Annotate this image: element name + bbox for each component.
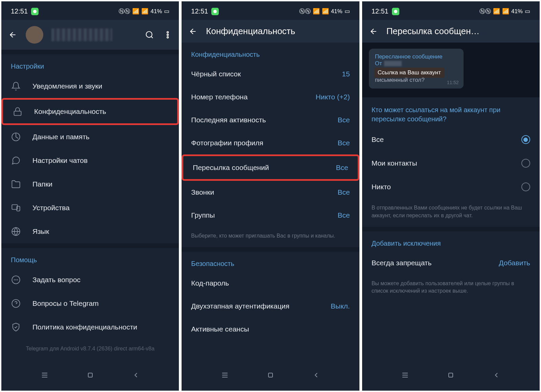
preview-from: От: [375, 60, 457, 67]
radio-contacts[interactable]: Мои контакты: [362, 151, 540, 175]
settings-label: Папки: [32, 180, 52, 188]
chat-icon: [11, 155, 21, 166]
settings-label: Конфиденциальность: [34, 107, 106, 116]
settings-ask[interactable]: Задать вопрос: [1, 268, 179, 292]
settings-label: Настройки чатов: [32, 156, 88, 165]
settings-language[interactable]: Язык: [1, 220, 179, 243]
battery-percent: 41%: [511, 8, 523, 15]
privacy-value: Все: [337, 188, 350, 196]
wifi-icon: 📶: [493, 8, 500, 15]
settings-notifications[interactable]: Уведомления и звуки: [1, 74, 179, 98]
settings-label: Язык: [32, 227, 49, 236]
section-privacy: Конфиденциальность: [182, 43, 359, 63]
nav-recents[interactable]: [400, 370, 410, 381]
battery-percent: 41%: [150, 8, 162, 15]
signal-icon: 📶: [322, 8, 329, 15]
nav-home[interactable]: [445, 370, 456, 381]
settings-label: Задать вопрос: [32, 276, 80, 284]
settings-policy[interactable]: Политика конфиденциальности: [1, 315, 179, 339]
nav-home[interactable]: [265, 370, 276, 381]
privacy-lastseen[interactable]: Последняя активность Все: [182, 108, 359, 131]
nav-bar: [362, 362, 540, 391]
footer-groups: Выберите, кто может приглашать Вас в гру…: [182, 227, 359, 247]
menu-icon[interactable]: [163, 30, 172, 39]
divider: [182, 247, 359, 252]
settings-faq[interactable]: Вопросы о Telegram: [1, 292, 179, 315]
privacy-value: 15: [342, 70, 350, 78]
radio-label: Все: [372, 136, 384, 144]
settings-label: Данные и память: [32, 133, 90, 141]
status-icons: ⓃⓃ 📶 📶 41% ▭: [299, 7, 350, 15]
radio-everybody[interactable]: Все: [362, 128, 540, 151]
preview-area: Пересланное сообщение От Чем ворон похож…: [362, 43, 540, 97]
divider: [1, 243, 179, 248]
privacy-calls[interactable]: Звонки Все: [182, 181, 359, 204]
privacy-photos[interactable]: Фотографии профиля Все: [182, 131, 359, 154]
app-header: Конфиденциальность: [182, 20, 359, 43]
battery-percent: 41%: [331, 8, 343, 15]
footer-exceptions: Вы можете добавить пользователей или цел…: [362, 274, 540, 302]
privacy-label: Код-пароль: [191, 279, 229, 287]
app-header: [1, 20, 179, 50]
settings-data[interactable]: Данные и память: [1, 125, 179, 149]
status-icons: ⓃⓃ 📶 📶 41% ▭: [479, 7, 530, 15]
preview-time: 11:52: [447, 80, 459, 85]
back-button[interactable]: [188, 27, 198, 36]
privacy-groups[interactable]: Группы Все: [182, 204, 359, 227]
radio-label: Мои контакты: [372, 159, 417, 167]
privacy-label: Группы: [191, 211, 215, 219]
radio-selected-icon: [521, 135, 530, 144]
back-button[interactable]: [8, 30, 18, 40]
radio-nobody[interactable]: Никто: [362, 175, 540, 199]
app-indicator-icon: [392, 8, 399, 15]
nav-recents[interactable]: [219, 370, 230, 381]
settings-privacy[interactable]: Конфиденциальность: [1, 98, 179, 125]
nfc-icon: ⓃⓃ: [299, 7, 311, 15]
exception-always-deny[interactable]: Всегда запрещать Добавить: [362, 251, 540, 274]
battery-icon: ▭: [525, 8, 530, 15]
wifi-icon: 📶: [132, 8, 139, 15]
radio-unselected-icon: [521, 159, 530, 168]
page-title: Пересылка сообщен…: [386, 26, 533, 36]
privacy-forward[interactable]: Пересылка сообщений Все: [182, 154, 359, 181]
security-passcode[interactable]: Код-пароль: [182, 272, 359, 295]
security-sessions[interactable]: Активные сеансы: [182, 318, 359, 341]
section-question: Кто может ссылаться на мой аккаунт при п…: [362, 97, 540, 128]
nav-back[interactable]: [311, 370, 322, 381]
settings-label: Устройства: [32, 204, 70, 212]
settings-devices[interactable]: Устройства: [1, 196, 179, 220]
status-bar: 12:51 ⓃⓃ 📶 📶 41% ▭: [182, 1, 359, 20]
settings-folders[interactable]: Папки: [1, 172, 179, 196]
data-icon: [11, 132, 21, 142]
security-twostep[interactable]: Двухэтапная аутентификация Выкл.: [182, 295, 359, 318]
avatar[interactable]: [26, 26, 43, 44]
nav-recents[interactable]: [39, 370, 50, 381]
svg-point-0: [146, 31, 152, 37]
devices-icon: [11, 203, 21, 213]
phone-settings: 12:51 ⓃⓃ 📶 📶 41% ▭ Настройки: [1, 1, 179, 391]
phone-forward: 12:51 ⓃⓃ 📶 📶 41% ▭ Пересылка сообщен… Пе…: [362, 1, 540, 391]
search-icon[interactable]: [145, 30, 154, 39]
back-button[interactable]: [369, 27, 378, 36]
privacy-phone[interactable]: Номер телефона Никто (+2): [182, 85, 359, 108]
settings-label: Вопросы о Telegram: [32, 299, 99, 308]
profile-name-blurred: [51, 28, 112, 41]
svg-point-1: [167, 31, 168, 33]
privacy-value: Все: [337, 139, 350, 147]
bell-icon: [11, 81, 21, 91]
privacy-value: Никто (+2): [316, 93, 350, 101]
message-icon: [11, 275, 21, 285]
status-icons: ⓃⓃ 📶 📶 41% ▭: [119, 7, 169, 15]
nav-home[interactable]: [85, 370, 96, 381]
privacy-blacklist[interactable]: Чёрный список 15: [182, 63, 359, 85]
privacy-label: Номер телефона: [191, 93, 248, 101]
nav-back[interactable]: [491, 370, 502, 381]
version-text: Telegram для Android v8.7.4 (2636) direc…: [1, 339, 179, 359]
nfc-icon: ⓃⓃ: [479, 7, 491, 15]
nav-back[interactable]: [131, 370, 141, 381]
exception-action: Добавить: [499, 259, 530, 267]
section-security: Безопасность: [182, 252, 359, 272]
settings-chat[interactable]: Настройки чатов: [1, 149, 179, 172]
status-time: 12:51: [191, 7, 208, 15]
lock-icon: [13, 106, 23, 117]
